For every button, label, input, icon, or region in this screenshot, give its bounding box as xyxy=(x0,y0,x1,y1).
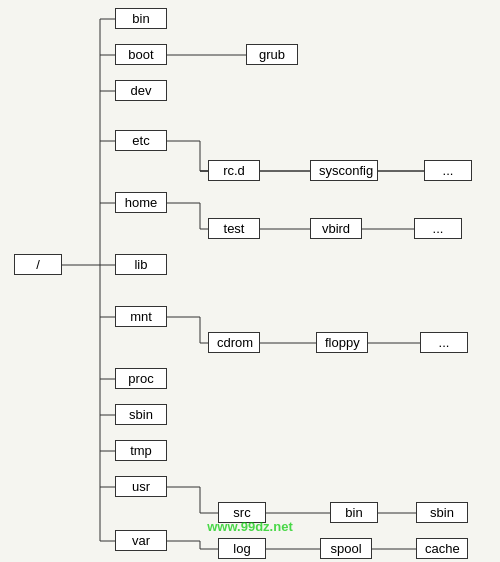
node-var-log: log xyxy=(218,538,266,559)
node-usr: usr xyxy=(115,476,167,497)
node-usr-bin: bin xyxy=(330,502,378,523)
node-root: / xyxy=(14,254,62,275)
node-home: home xyxy=(115,192,167,213)
node-etc-dots: ... xyxy=(424,160,472,181)
node-tmp: tmp xyxy=(115,440,167,461)
node-bin: bin xyxy=(115,8,167,29)
node-boot: boot xyxy=(115,44,167,65)
node-lib: lib xyxy=(115,254,167,275)
node-mnt-dots: ... xyxy=(420,332,468,353)
node-usr-sbin: sbin xyxy=(416,502,468,523)
node-sysconfig: sysconfig xyxy=(310,160,378,181)
node-test: test xyxy=(208,218,260,239)
node-vbird: vbird xyxy=(310,218,362,239)
node-sbin: sbin xyxy=(115,404,167,425)
node-floppy: floppy xyxy=(316,332,368,353)
node-var: var xyxy=(115,530,167,551)
node-proc: proc xyxy=(115,368,167,389)
node-grub: grub xyxy=(246,44,298,65)
tree-container: / bin boot dev etc home lib mnt proc sbi… xyxy=(0,0,500,562)
node-mnt: mnt xyxy=(115,306,167,327)
node-etc: etc xyxy=(115,130,167,151)
node-cdrom: cdrom xyxy=(208,332,260,353)
node-rcd: rc.d xyxy=(208,160,260,181)
connector-lines xyxy=(0,0,500,562)
node-dev: dev xyxy=(115,80,167,101)
node-home-dots: ... xyxy=(414,218,462,239)
node-var-cache: cache xyxy=(416,538,468,559)
node-var-spool: spool xyxy=(320,538,372,559)
watermark: www.99dz.net xyxy=(207,519,292,534)
